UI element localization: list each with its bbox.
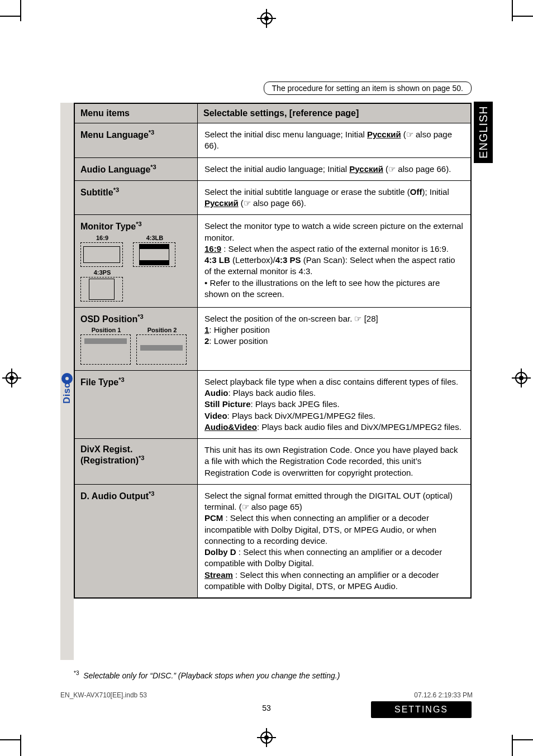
row-d-audio-output: D. Audio Output*3 Select the signal form… xyxy=(75,484,471,597)
option-rest: : Higher position xyxy=(209,325,269,334)
bullet: • xyxy=(204,278,210,288)
thumb-label: Position 1 xyxy=(92,327,121,333)
initial-value: Русский xyxy=(204,198,239,208)
crop-mark xyxy=(0,16,21,17)
option-rest: : Select this when connecting an amplifi… xyxy=(204,513,436,546)
option-rest: : Select this when connecting an amplifi… xyxy=(204,570,439,591)
row-monitor-type: Monitor Type*3 16:9 4:3LB 4:3P xyxy=(75,215,471,307)
label-text: DivX Regist. (Registration) xyxy=(80,444,139,465)
label-text: OSD Position xyxy=(80,314,137,324)
label-text: Subtitle xyxy=(80,188,113,197)
footer-filename: EN_KW-AVX710[EE].indb 53 xyxy=(60,691,147,699)
crop-mark xyxy=(0,739,21,740)
thumb-position-2: Position 2 xyxy=(136,327,188,365)
crop-mark xyxy=(512,739,533,740)
row-subtitle: Subtitle*3 Select the initial subtitle l… xyxy=(75,180,471,215)
registration-mark-icon xyxy=(512,369,531,387)
category-label: Disc xyxy=(61,389,73,404)
row-osd-position: OSD Position*3 Position 1 Position 2 Sel xyxy=(75,307,471,370)
thumb-position-1: Position 1 xyxy=(80,327,132,365)
thumb-screen xyxy=(80,334,131,365)
thumb-4-3-ps: 4:3PS xyxy=(80,269,124,302)
sup: *3 xyxy=(149,129,154,136)
crop-mark xyxy=(512,16,533,17)
language-tab: ENGLISH xyxy=(474,102,493,163)
label-text: Audio Language xyxy=(80,165,150,174)
row-file-type: File Type*3 Select playback file type wh… xyxy=(75,370,471,438)
footer-timestamp: 07.12.6 2:19:33 PM xyxy=(414,691,473,699)
label-text: File Type xyxy=(80,377,118,387)
col-selectable: Selectable settings, [reference page] xyxy=(198,104,471,123)
label-text: Menu Language xyxy=(80,130,149,140)
thumb-label: 4:3LB xyxy=(146,235,164,241)
crop-mark xyxy=(20,0,21,21)
label-text: Monitor Type xyxy=(80,222,136,232)
option-key: 4:3 PS xyxy=(275,255,301,265)
body-text: Select playback file type when a disc co… xyxy=(204,377,458,386)
off-value: Off xyxy=(410,187,422,197)
option-key: 16:9 xyxy=(204,244,221,253)
body-text: Select the position of the on-screen bar… xyxy=(204,314,378,323)
registration-mark-icon xyxy=(257,9,276,28)
procedure-note: The procedure for setting an item is sho… xyxy=(264,82,472,95)
option-rest: : Lower position xyxy=(209,336,268,346)
body-text: Select the initial disc menu language; I… xyxy=(204,130,367,139)
registration-mark-icon xyxy=(2,369,21,387)
sup: *3 xyxy=(118,376,124,383)
thumb-screen xyxy=(80,277,123,302)
svg-point-3 xyxy=(264,16,269,21)
col-menu-items: Menu items xyxy=(75,104,198,123)
option-rest: : Plays back audio files and DivX/MPEG1/… xyxy=(257,422,461,432)
bullet-text: Refer to the illustrations on the left t… xyxy=(204,278,440,299)
thumb-screen xyxy=(80,242,123,267)
sup: *3 xyxy=(137,313,143,320)
crop-mark xyxy=(512,0,513,21)
thumb-label: Position 2 xyxy=(147,327,177,333)
thumb-label: 16:9 xyxy=(96,235,108,241)
initial-value: Русский xyxy=(349,164,383,174)
thumb-4-3-lb: 4:3LB xyxy=(133,235,177,267)
body-text: Select the initial subtitle language or … xyxy=(204,187,410,197)
thumb-label: 4:3PS xyxy=(94,269,111,276)
svg-point-7 xyxy=(9,376,14,380)
option-key: Dolby D xyxy=(204,547,236,557)
body-text: Select the monitor type to watch a wide … xyxy=(204,221,463,242)
body-text: This unit has its own Registration Code.… xyxy=(204,445,458,477)
registration-mark-icon xyxy=(257,728,276,747)
thumb-screen xyxy=(133,242,175,267)
footnote-text: Selectable only for “DISC.” (Playback st… xyxy=(83,671,340,680)
body-text: ); Initial xyxy=(422,187,449,197)
crop-mark xyxy=(512,735,513,756)
thumb-screen xyxy=(136,334,187,365)
option-key: Still Picture xyxy=(204,399,251,409)
option-rest: : Select when the aspect ratio of the ex… xyxy=(221,244,449,253)
label-text: D. Audio Output xyxy=(80,491,149,501)
crop-mark xyxy=(20,735,21,756)
row-audio-language: Audio Language*3 Select the initial audi… xyxy=(75,157,471,180)
settings-table: Menu items Selectable settings, [referen… xyxy=(74,103,472,599)
option-key: Video xyxy=(204,411,227,420)
section-badge-settings: SETTINGS xyxy=(371,701,472,718)
option-rest: : Plays back audio files. xyxy=(229,388,316,398)
option-key: Stream xyxy=(204,570,233,580)
option-key: Audio&Video xyxy=(204,422,257,432)
option-key: 4:3 LB xyxy=(204,255,230,265)
thumb-16-9: 16:9 xyxy=(80,235,124,267)
svg-point-15 xyxy=(264,735,269,740)
sup: *3 xyxy=(113,186,119,193)
option-mid: (Letterbox)/ xyxy=(230,255,275,265)
option-rest: : Select this when connecting an amplifi… xyxy=(204,547,442,568)
body-text: Select the signal format emitted through… xyxy=(204,491,453,511)
initial-value: Русский xyxy=(367,130,401,139)
footnote-sup: *3 xyxy=(74,670,79,676)
option-key: PCM xyxy=(204,513,223,523)
row-divx-registration: DivX Regist. (Registration)*3 This unit … xyxy=(75,439,471,485)
sup: *3 xyxy=(136,221,141,227)
body-text: Select the initial audio language; Initi… xyxy=(204,164,349,174)
option-key: Audio xyxy=(204,388,229,398)
footnote: *3 Selectable only for “DISC.” (Playback… xyxy=(74,670,340,680)
sup: *3 xyxy=(150,164,156,170)
svg-point-11 xyxy=(519,376,524,380)
row-menu-language: Menu Language*3 Select the initial disc … xyxy=(75,123,471,158)
sup: *3 xyxy=(139,454,144,461)
